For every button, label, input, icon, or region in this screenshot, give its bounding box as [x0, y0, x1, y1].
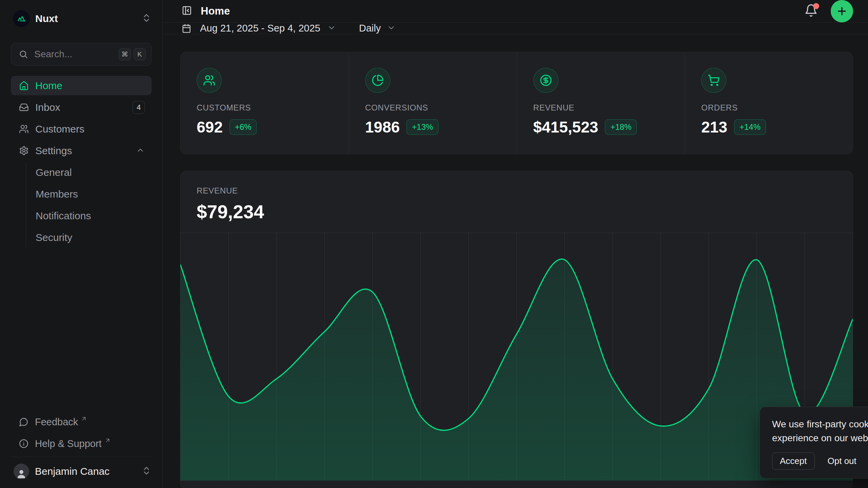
revenue-panel: REVENUE $79,234 — [180, 171, 853, 488]
stats-row: CUSTOMERS 692 +6% CONVERSIONS 1986 +13% — [180, 52, 853, 154]
filter-bar: Aug 21, 2025 - Sep 4, 2025 Daily — [163, 23, 868, 34]
revenue-chart[interactable] — [180, 232, 853, 481]
stat-value: $415,523 — [533, 118, 598, 136]
topbar: Home — [163, 0, 868, 23]
stat-delta-badge: +14% — [734, 119, 766, 135]
inbox-count-badge: 4 — [133, 101, 145, 114]
users-icon — [197, 68, 222, 93]
calendar-icon — [182, 24, 191, 33]
stat-label: ORDERS — [701, 103, 836, 113]
date-range-value: Aug 21, 2025 - Sep 4, 2025 — [200, 23, 320, 34]
granularity-value: Daily — [359, 23, 381, 34]
chevron-up-icon — [136, 146, 145, 156]
opt-out-button[interactable]: Opt out — [828, 456, 856, 466]
sidebar-footer: Feedback Help & Support — [0, 413, 162, 457]
info-circle-icon — [19, 439, 28, 448]
dollar-circle-icon — [533, 68, 558, 93]
sidebar-item-settings[interactable]: Settings — [11, 141, 152, 160]
stat-delta-badge: +18% — [605, 119, 637, 135]
stat-delta-badge: +13% — [407, 119, 438, 135]
kbd-k-key: K — [134, 48, 146, 60]
subitem-label: Members — [36, 188, 78, 200]
sidebar-item-customers[interactable]: Customers — [11, 119, 152, 139]
stat-delta-badge: +6% — [230, 119, 257, 135]
stat-card-conversions[interactable]: CONVERSIONS 1986 +13% — [349, 52, 517, 154]
search-placeholder: Search... — [34, 49, 116, 60]
subitem-label: Notifications — [36, 210, 91, 222]
stat-label: CONVERSIONS — [365, 103, 500, 113]
nuxt-logo-icon — [13, 10, 30, 27]
sidebar-item-label: Inbox — [35, 102, 133, 113]
subitem-label: General — [36, 167, 72, 178]
sidebar-subitem-members[interactable]: Members — [36, 184, 152, 204]
user-menu[interactable]: Benjamin Canac — [0, 457, 162, 488]
sidebar-item-home[interactable]: Home — [11, 76, 152, 95]
external-link-icon — [104, 437, 111, 445]
avatar — [14, 464, 29, 479]
sidebar-spacer — [0, 249, 162, 413]
date-range-picker[interactable]: Aug 21, 2025 - Sep 4, 2025 — [182, 23, 336, 34]
panel-left-close-icon — [182, 5, 192, 16]
settings-subnav: General Members Notifications Security — [26, 163, 152, 247]
user-name: Benjamin Canac — [35, 466, 141, 477]
message-circle-icon — [19, 417, 28, 427]
users-icon — [19, 124, 29, 134]
stat-card-customers[interactable]: CUSTOMERS 692 +6% — [180, 52, 349, 154]
stat-label: CUSTOMERS — [197, 103, 332, 113]
app-root: Nuxt Search... ⌘ K Home Inbox 4 Cust — [0, 0, 868, 488]
sidebar: Nuxt Search... ⌘ K Home Inbox 4 Cust — [0, 0, 163, 488]
workspace-name: Nuxt — [35, 13, 141, 24]
sidebar-subitem-notifications[interactable]: Notifications — [36, 206, 152, 225]
search-icon — [19, 49, 28, 59]
notifications-button[interactable] — [804, 4, 818, 19]
stat-card-revenue[interactable]: REVENUE $415,523 +18% — [517, 52, 685, 154]
add-button[interactable] — [831, 0, 853, 22]
sidebar-nav: Home Inbox 4 Customers Settings Gener — [0, 66, 162, 249]
stat-label: REVENUE — [533, 103, 669, 113]
granularity-select[interactable]: Daily — [359, 23, 396, 34]
chevrons-up-down-icon — [141, 466, 152, 477]
help-support-link[interactable]: Help & Support — [11, 435, 152, 452]
collapse-sidebar-button[interactable] — [182, 5, 192, 17]
sidebar-subitem-general[interactable]: General — [36, 163, 152, 182]
notification-dot — [813, 3, 819, 9]
page-title: Home — [201, 5, 804, 17]
feedback-label: Feedback — [35, 416, 78, 428]
search-input[interactable]: Search... ⌘ K — [11, 43, 152, 66]
pie-chart-icon — [365, 68, 390, 93]
stat-value: 692 — [197, 118, 223, 136]
shopping-cart-icon — [701, 68, 726, 93]
sidebar-item-inbox[interactable]: Inbox 4 — [11, 98, 152, 117]
cookie-banner: We use first-party cookies to enhance yo… — [760, 407, 868, 479]
plus-icon — [836, 5, 848, 17]
stat-value: 213 — [701, 118, 727, 136]
accept-button[interactable]: Accept — [772, 452, 815, 470]
external-link-icon — [81, 415, 87, 423]
revenue-total: $79,234 — [197, 201, 836, 223]
subitem-label: Security — [36, 232, 72, 243]
gear-icon — [19, 146, 29, 156]
inbox-icon — [19, 102, 29, 112]
sidebar-subitem-security[interactable]: Security — [36, 228, 152, 247]
cookie-message: We use first-party cookies to enhance yo… — [772, 417, 868, 445]
stat-card-orders[interactable]: ORDERS 213 +14% — [685, 52, 853, 154]
chevron-down-icon — [387, 23, 396, 34]
sidebar-item-label: Settings — [35, 145, 136, 157]
chevron-down-icon — [327, 23, 336, 34]
stat-value: 1986 — [365, 118, 400, 136]
sidebar-item-label: Customers — [35, 123, 145, 135]
workspace-switcher[interactable]: Nuxt — [0, 0, 162, 30]
feedback-link[interactable]: Feedback — [11, 413, 152, 431]
chevrons-up-down-icon — [141, 13, 152, 24]
revenue-label: REVENUE — [197, 186, 836, 196]
help-support-label: Help & Support — [35, 438, 102, 449]
home-icon — [19, 81, 29, 90]
main-area: Home Aug 21, 2025 - Sep 4, 2025 Daily — [163, 0, 868, 488]
sidebar-item-label: Home — [35, 80, 145, 92]
kbd-meta-key: ⌘ — [119, 48, 131, 60]
